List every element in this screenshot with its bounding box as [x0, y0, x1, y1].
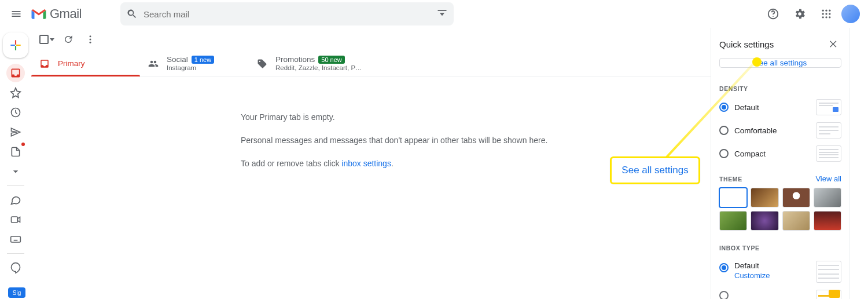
settings-button[interactable] — [788, 2, 811, 25]
svg-rect-13 — [11, 236, 21, 242]
theme-tile-2[interactable] — [751, 188, 778, 207]
more-vert-icon — [85, 34, 95, 45]
radio-checked-icon — [719, 263, 729, 272]
see-all-settings-button[interactable]: See all settings — [719, 58, 841, 68]
support-button[interactable] — [762, 2, 785, 25]
inbox-type-default[interactable]: Default Customize — [711, 255, 849, 286]
nav-sent[interactable] — [6, 123, 25, 141]
theme-view-all-link[interactable]: View all — [815, 174, 841, 183]
quick-settings-panel: Quick settings See all settings DENSITY … — [711, 28, 849, 299]
nav-separator-2 — [7, 253, 24, 254]
nav-snoozed[interactable] — [6, 103, 25, 122]
gmail-wordmark: Gmail — [50, 6, 82, 21]
nav-starred[interactable] — [6, 83, 25, 102]
theme-header: THEME View all — [711, 170, 849, 185]
main-layout: Sig Primary — [0, 28, 868, 299]
density-option-default[interactable]: Default — [711, 96, 849, 119]
nav-chat[interactable] — [6, 191, 25, 209]
svg-point-4 — [829, 10, 830, 12]
theme-tile-6[interactable] — [751, 211, 778, 231]
select-all-combo[interactable] — [38, 32, 56, 46]
theme-tile-7[interactable] — [782, 211, 810, 231]
apps-button[interactable] — [815, 2, 838, 25]
social-tab-icon — [148, 59, 159, 69]
svg-point-7 — [829, 13, 830, 14]
main-menu-button[interactable] — [5, 2, 28, 25]
theme-tile-5[interactable] — [719, 211, 747, 231]
inbox-type-label: INBOX TYPE — [711, 241, 849, 255]
svg-point-15 — [90, 39, 91, 41]
search-input[interactable] — [144, 9, 431, 19]
svg-point-9 — [825, 16, 827, 18]
tab-promotions[interactable]: Promotions 50 new Reddit, Zazzle, Instac… — [249, 51, 370, 76]
radio-icon — [719, 149, 729, 158]
theme-tile-1[interactable] — [719, 188, 747, 207]
theme-tile-4[interactable] — [814, 188, 841, 207]
svg-point-2 — [822, 10, 824, 12]
nav-separator — [7, 185, 24, 186]
empty-line-1: Your Primary tab is empty. — [241, 112, 711, 122]
theme-section-label: THEME — [719, 176, 742, 183]
gmail-logo[interactable]: Gmail — [30, 6, 82, 21]
refresh-button[interactable] — [59, 30, 78, 49]
promotions-tab-icon — [257, 59, 267, 69]
select-all-checkbox[interactable] — [39, 35, 49, 44]
nav-keyboard[interactable] — [6, 230, 25, 249]
chat-icon — [10, 194, 21, 206]
nav-hangouts[interactable] — [6, 258, 25, 277]
topbar: Gmail — [0, 0, 868, 28]
tab-primary[interactable]: Primary — [31, 51, 140, 76]
annotation-dot — [752, 57, 762, 67]
svg-point-16 — [90, 42, 91, 43]
select-dropdown-icon[interactable] — [50, 38, 54, 41]
keep-addon-icon[interactable] — [829, 290, 840, 298]
theme-tile-8[interactable] — [814, 211, 841, 231]
refresh-icon — [63, 34, 73, 45]
tab-social-badge: 1 new — [192, 56, 214, 64]
tab-promotions-badge: 50 new — [318, 56, 344, 64]
close-icon — [828, 39, 838, 49]
svg-point-6 — [825, 13, 827, 14]
more-button[interactable] — [81, 30, 100, 49]
nav-drafts[interactable] — [6, 143, 25, 161]
search-box[interactable] — [120, 2, 454, 25]
annotation-text: See all settings — [621, 165, 688, 176]
svg-rect-12 — [12, 217, 18, 223]
svg-point-5 — [822, 13, 824, 14]
theme-grid — [711, 185, 849, 236]
nav-inbox[interactable] — [6, 64, 25, 82]
density-option-comfortable[interactable]: Comfortable — [711, 119, 849, 142]
list-toolbar — [31, 28, 711, 51]
density-section-label: DENSITY — [711, 82, 849, 96]
density-compact-label: Compact — [734, 150, 810, 158]
apps-grid-icon — [821, 8, 832, 20]
nav-meet[interactable] — [6, 210, 25, 229]
hangouts-icon — [10, 262, 21, 274]
inbox-settings-link[interactable]: inbox settings — [341, 159, 391, 168]
nav-more[interactable] — [6, 162, 25, 181]
sign-in-chip[interactable]: Sig — [8, 287, 25, 298]
qs-close-button[interactable] — [825, 36, 841, 52]
gmail-m-icon — [30, 7, 47, 21]
video-icon — [10, 214, 21, 225]
inbox-default-thumb — [816, 261, 841, 283]
tab-promotions-label: Promotions — [275, 55, 315, 64]
inbox-default-label: Default — [734, 261, 770, 271]
compose-button[interactable] — [3, 32, 28, 58]
search-icon — [126, 8, 138, 20]
density-default-thumb — [816, 99, 841, 115]
account-avatar[interactable] — [841, 5, 860, 23]
svg-point-1 — [773, 16, 773, 17]
svg-point-3 — [825, 10, 827, 12]
inbox-customize-link[interactable]: Customize — [734, 271, 770, 281]
density-comfortable-label: Comfortable — [734, 126, 810, 135]
annotation-callout: See all settings — [610, 156, 700, 184]
search-container — [120, 2, 454, 25]
topbar-right — [762, 2, 863, 25]
theme-tile-3[interactable] — [782, 188, 810, 207]
qs-title: Quick settings — [719, 39, 774, 49]
density-option-compact[interactable]: Compact — [711, 142, 849, 165]
search-options-icon[interactable] — [436, 8, 448, 20]
help-icon — [767, 8, 779, 20]
tab-social[interactable]: Social 1 new Instagram — [140, 51, 249, 76]
